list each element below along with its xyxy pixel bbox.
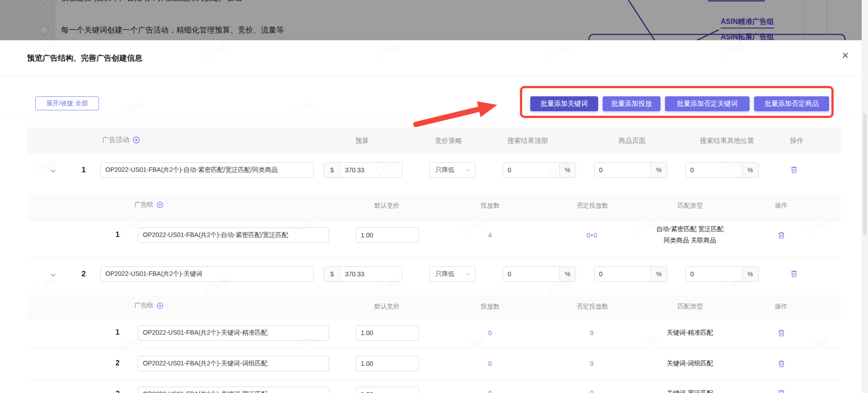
delete-campaign-icon[interactable] [790,270,798,278]
group-header-action: 操作 [759,303,804,311]
bid-strategy-select[interactable]: 只降低 [429,162,476,178]
default-bid-input[interactable] [356,356,419,371]
targets-count-link[interactable]: 0 [467,329,513,336]
rest-of-search-input[interactable] [686,163,742,177]
campaign-header-rest-of-search: 搜索结果其他位置 [682,137,772,145]
match-type-cell: 关键词-词组匹配 [622,358,758,369]
modal-backdrop [0,0,868,40]
group-index: 1 [108,231,127,239]
targets-count-link[interactable]: 0 [467,360,513,367]
delete-campaign-icon[interactable] [790,166,798,174]
row-divider [27,256,841,257]
group-header-action: 操作 [759,202,804,210]
product-page-group: % [594,162,667,178]
campaign-header-budget: 预算 [340,137,385,145]
row-divider [27,379,841,379]
group-index: 1 [108,328,127,336]
percent-suffix: % [742,267,758,281]
rest-of-search-group: % [685,266,759,282]
campaign-budget-group: $ [324,266,402,282]
percent-suffix: % [559,267,576,281]
campaign-header-name: 广告活动 [102,136,140,144]
top-of-search-input[interactable] [503,163,559,177]
top-of-search-group: % [503,162,576,178]
percent-suffix: % [559,163,576,177]
campaign-budget-group: $ [324,162,402,178]
currency-prefix: $ [324,267,340,281]
bid-strategy-select[interactable]: 只降低 [429,266,476,282]
delete-group-icon[interactable] [777,231,786,240]
rest-of-search-input[interactable] [686,267,742,281]
campaign-header-strategy: 竞价策略 [421,137,476,145]
group-header-default-bid: 默认竞价 [360,202,414,210]
percent-suffix: % [742,163,758,177]
preview-ads-modal: 预览广告结构、完善广告创建信息 × 展开/收拢 全部 批量添加关键词 批量添加投… [0,40,868,393]
campaign-header-product-page: 商品页面 [605,137,659,145]
percent-suffix: % [651,163,667,177]
currency-prefix: $ [324,163,340,177]
match-type-cell: 关键词-精准匹配 [622,327,758,338]
chevron-down-icon [466,271,471,277]
campaign-header-top-of-search: 搜索结果顶部 [491,137,564,145]
default-bid-input[interactable] [356,325,419,341]
rest-of-search-group: % [685,162,759,178]
modal-scrollbar-thumb[interactable] [863,113,867,235]
negative-targets-count-link[interactable]: 0 [569,329,614,336]
campaign-budget-input[interactable] [340,163,402,177]
group-header-targets: 投放数 [463,303,517,311]
match-type-cell: 自动-紧密匹配 宽泛匹配 同类商品 关联商品 [622,223,758,246]
top-of-search-input[interactable] [503,267,559,281]
close-icon[interactable]: × [842,49,849,61]
group-name-input[interactable] [138,387,329,393]
percent-suffix: % [651,267,667,281]
delete-group-icon[interactable] [777,389,786,393]
delete-group-icon[interactable] [777,329,786,337]
group-index: 2 [108,359,127,367]
bulk-add-negative-products-button[interactable]: 批量添加否定商品 [754,96,829,111]
page-scrollbar-track[interactable] [862,0,868,40]
campaign-index: 1 [75,166,93,175]
group-index: 3 [108,390,127,393]
campaign-header-action: 操作 [774,137,819,145]
add-campaign-icon[interactable] [132,136,140,144]
targets-count-link[interactable]: 0 [467,389,513,393]
group-name-input[interactable] [138,325,329,341]
delete-group-icon[interactable] [777,360,786,368]
group-header-targets: 投放数 [463,202,517,210]
match-type-cell: 关键词-宽泛匹配 [622,388,758,393]
product-page-input[interactable] [594,163,651,177]
group-header-match-type: 匹配类型 [659,202,722,210]
group-name-input[interactable] [138,356,329,371]
negative-targets-count-link[interactable]: 0 [569,360,614,367]
campaign-name-input[interactable] [100,266,314,282]
bulk-add-targets-button[interactable]: 批量添加投放 [603,96,660,111]
group-name-input[interactable] [138,227,329,243]
toolbar-divider [0,117,868,117]
default-bid-input[interactable] [356,227,419,243]
chevron-down-icon[interactable] [49,167,57,175]
row-divider [27,348,841,349]
campaign-name-input[interactable] [100,162,314,178]
bulk-add-keywords-button[interactable]: 批量添加关键词 [530,96,598,111]
chevron-down-icon[interactable] [49,271,57,279]
bulk-add-negative-keywords-button[interactable]: 批量添加否定关键词 [665,96,750,111]
targets-count-link[interactable]: 4 [467,232,513,239]
top-of-search-group: % [503,266,576,282]
negative-targets-count-link[interactable]: 0+0 [569,232,614,239]
default-bid-input[interactable] [356,387,419,393]
screen: 仅创建自动的1个广告活动，并按匹配方式创建广告组 每一个关键词创建一个广告活动，… [0,0,868,393]
add-group-icon[interactable] [156,302,164,309]
campaign-budget-input[interactable] [340,267,402,281]
campaign-index: 2 [75,270,93,279]
group-header-name: 广告组 [134,302,164,310]
expand-collapse-all-button[interactable]: 展开/收拢 全部 [35,96,99,110]
modal-header-divider [0,76,868,76]
chevron-down-icon [466,167,471,173]
product-page-input[interactable] [594,267,651,281]
group-header-match-type: 匹配类型 [659,303,722,311]
group-header-negative-targets: 否定投放数 [561,303,624,311]
group-header-default-bid: 默认竞价 [360,303,414,311]
negative-targets-count-link[interactable]: 0 [569,389,614,393]
add-group-icon[interactable] [156,201,164,208]
modal-title: 预览广告结构、完善广告创建信息 [27,53,142,63]
